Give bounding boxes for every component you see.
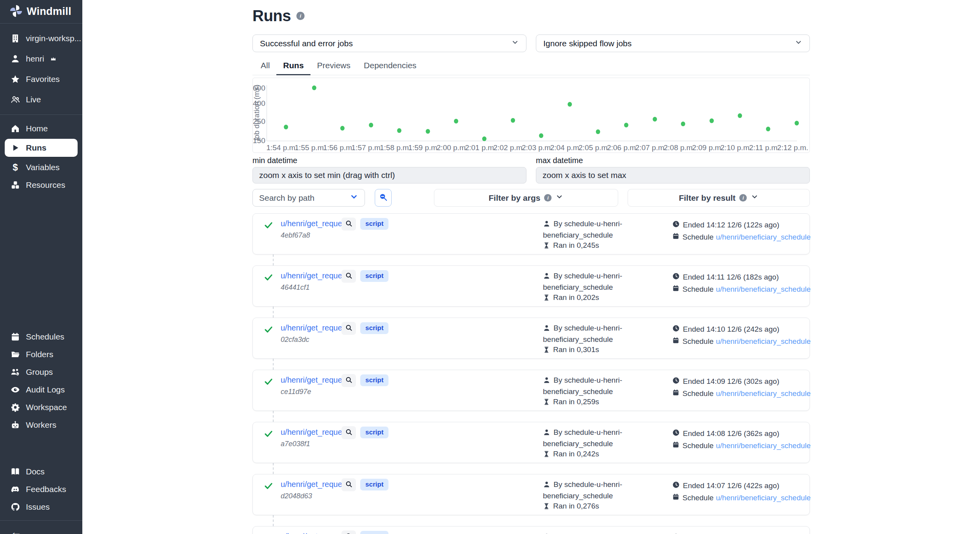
job-status-select[interactable]: Successful and error jobs	[252, 35, 526, 52]
duration-chart[interactable]: job duration (ms) 1502504006001:54 p.m.1…	[252, 78, 810, 153]
calendar-icon	[672, 285, 679, 294]
info-icon[interactable]: i	[296, 12, 305, 20]
chart-x-tick: 2:09 p.m.	[692, 143, 723, 152]
run-search-button[interactable]	[341, 374, 356, 387]
chart-data-point[interactable]	[340, 126, 345, 131]
run-path-link[interactable]: u/henri/get_request	[281, 532, 348, 534]
sidebar-item-favorites[interactable]: Favorites	[0, 69, 82, 89]
sidebar-item-workspace[interactable]: virgin-worksp...	[0, 28, 82, 49]
tab-dependencies[interactable]: Dependencies	[357, 57, 423, 75]
chart-data-point[interactable]	[539, 133, 543, 138]
sidebar-item-docs[interactable]: Docs	[0, 463, 82, 480]
calendar-icon	[672, 441, 679, 450]
run-search-button[interactable]	[341, 478, 356, 491]
chart-data-point[interactable]	[624, 123, 628, 127]
run-card[interactable]: u/henri/get_request script a7e038f1 By s…	[252, 422, 810, 463]
schedule-link[interactable]: u/henri/beneficiary_schedule	[716, 285, 811, 294]
sidebar-item-groups[interactable]: Groups	[0, 363, 82, 381]
sidebar-item-schedules[interactable]: Schedules	[0, 328, 82, 345]
sidebar-item-issues[interactable]: Issues	[0, 498, 82, 516]
sidebar-item-workers[interactable]: Workers	[0, 416, 82, 434]
sidebar-item-audit-logs[interactable]: Audit Logs	[0, 381, 82, 398]
run-search-button[interactable]	[341, 322, 356, 335]
chart-data-point[interactable]	[369, 123, 373, 127]
schedule-link[interactable]: u/henri/beneficiary_schedule	[716, 337, 811, 346]
chart-data-point[interactable]	[568, 102, 572, 107]
job-kind-badge: script	[360, 531, 388, 534]
run-path-link[interactable]: u/henri/get_request	[281, 480, 348, 489]
chart-data-point[interactable]	[795, 121, 799, 125]
chart-data-point[interactable]	[511, 118, 515, 123]
run-card[interactable]: u/henri/get_request script 4ebf67a8 By s…	[252, 213, 810, 254]
run-card[interactable]: u/henri/get_request script 46441cf1 By s…	[252, 265, 810, 307]
schedule-link[interactable]: u/henri/beneficiary_schedule	[716, 389, 811, 398]
audit-logs-label: Audit Logs	[26, 385, 65, 394]
magnifier-icon	[345, 272, 353, 281]
sidebar-item-resources[interactable]: Resources	[0, 176, 82, 194]
run-connector	[273, 411, 274, 422]
min-datetime-input[interactable]: zoom x axis to set min (drag with ctrl)	[252, 167, 526, 183]
max-datetime-input[interactable]: zoom x axis to set max	[536, 167, 810, 183]
search-by-path-select[interactable]: Search by path	[252, 189, 365, 207]
hourglass-icon	[543, 294, 550, 303]
run-path-link[interactable]: u/henri/get_request	[281, 376, 348, 385]
run-card[interactable]: u/henri/get_request script 02cfa3dc By s…	[252, 318, 810, 359]
brand[interactable]: Windmill	[0, 0, 82, 24]
run-card[interactable]: u/henri/get_request script By schedule-u…	[252, 526, 810, 534]
schedule-link[interactable]: u/henri/beneficiary_schedule	[716, 233, 811, 242]
run-card[interactable]: u/henri/get_request script ce11d97e By s…	[252, 370, 810, 411]
flow-skip-select[interactable]: Ignore skipped flow jobs	[536, 35, 810, 52]
run-path-link[interactable]: u/henri/get_request	[281, 428, 348, 437]
hourglass-icon	[543, 450, 550, 460]
chart-data-point[interactable]	[284, 125, 288, 129]
schedule-link[interactable]: u/henri/beneficiary_schedule	[716, 441, 811, 450]
flow-skip-value: Ignore skipped flow jobs	[543, 39, 632, 48]
gear-icon	[10, 402, 20, 412]
tab-all[interactable]: All	[254, 57, 276, 75]
run-search-button[interactable]	[341, 426, 356, 439]
chart-data-point[interactable]	[710, 118, 714, 123]
chart-data-point[interactable]	[596, 129, 600, 134]
chart-x-tick: 2:12 p.m.	[777, 143, 808, 152]
run-hash: ce11d97e	[281, 388, 311, 396]
chart-x-tick: 1:59 p.m.	[408, 143, 439, 152]
chart-x-tick: 1:54 p.m.	[266, 143, 297, 152]
filter-by-args-button[interactable]: Filter by args i	[434, 189, 618, 207]
sidebar-item-user[interactable]: henri	[0, 49, 82, 69]
search-button[interactable]	[375, 189, 392, 207]
favorites-label: Favorites	[26, 74, 60, 84]
sidebar-item-home[interactable]: Home	[0, 120, 82, 137]
tab-runs[interactable]: Runs	[276, 57, 310, 75]
calendar-icon	[10, 332, 20, 342]
chart-data-point[interactable]	[397, 128, 401, 133]
sidebar-item-feedbacks[interactable]: Feedbacks	[0, 480, 82, 498]
chart-x-tick: 2:00 p.m.	[437, 143, 468, 152]
run-meta: Ended 14:12 12/6 (122s ago) Schedule u/h…	[672, 219, 811, 243]
sidebar-item-runs[interactable]: Runs	[5, 139, 78, 157]
run-path-link[interactable]: u/henri/get_request	[281, 323, 348, 332]
sidebar-item-workspace-settings[interactable]: Workspace	[0, 398, 82, 416]
run-path-link[interactable]: u/henri/get_request	[281, 271, 348, 280]
sidebar-item-live[interactable]: Live	[0, 89, 82, 110]
run-path-link[interactable]: u/henri/get_request	[281, 219, 348, 228]
chart-data-point[interactable]	[312, 85, 316, 90]
filter-by-result-button[interactable]: Filter by result i	[628, 189, 810, 207]
chart-data-point[interactable]	[426, 129, 430, 134]
chart-data-point[interactable]	[766, 127, 770, 131]
run-connector	[273, 254, 274, 265]
chart-data-point[interactable]	[653, 117, 657, 122]
run-card[interactable]: u/henri/get_request script d2048d63 By s…	[252, 474, 810, 515]
sidebar-item-folders[interactable]: Folders	[0, 345, 82, 363]
run-search-button[interactable]	[341, 530, 356, 534]
chart-data-point[interactable]	[738, 113, 742, 118]
chart-data-point[interactable]	[454, 119, 458, 124]
chart-data-point[interactable]	[681, 122, 685, 126]
run-search-button[interactable]	[341, 218, 356, 231]
sidebar-item-variables[interactable]: $ Variables	[0, 158, 82, 176]
run-meta: Ended 14:06 12/6 (482s ago) Schedule u/h…	[672, 532, 811, 534]
tab-previews[interactable]: Previews	[310, 57, 357, 75]
schedule-link[interactable]: u/henri/beneficiary_schedule	[716, 494, 811, 502]
run-search-button[interactable]	[341, 270, 356, 283]
job-kind-badge: script	[360, 479, 388, 490]
sidebar-collapse[interactable]: ←	[0, 520, 82, 534]
